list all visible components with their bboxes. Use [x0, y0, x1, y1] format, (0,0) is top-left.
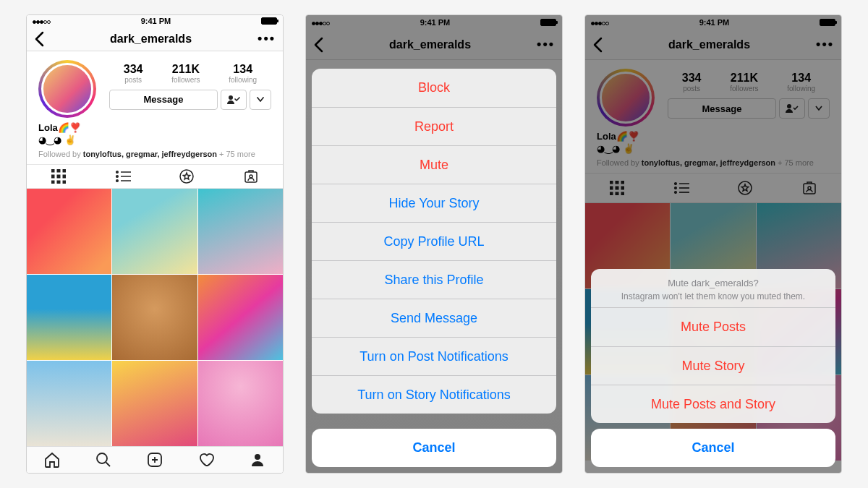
mute-sheet-header: Mute dark_emeralds? Instagram won't let …: [591, 269, 835, 308]
mute-sheet-cancel[interactable]: Cancel: [591, 429, 835, 467]
post-thumbnail[interactable]: [198, 189, 283, 274]
action-sheet: BlockReportMuteHide Your StoryCopy Profi…: [312, 69, 556, 414]
post-thumbnail[interactable]: [198, 275, 283, 360]
phone-profile: 9:41 PM dark_emeralds ••• 334 posts 211K…: [26, 14, 284, 474]
svg-point-0: [229, 95, 233, 100]
stat-posts[interactable]: 334 posts: [124, 63, 143, 84]
nav-home-icon[interactable]: [43, 451, 61, 468]
nav-activity-icon[interactable]: [197, 451, 215, 468]
svg-rect-3: [63, 169, 66, 172]
action-sheet-item[interactable]: Block: [312, 69, 556, 107]
nav-add-icon[interactable]: [146, 451, 163, 468]
tab-grid[interactable]: [27, 165, 91, 188]
status-time: 9:41 PM: [141, 17, 171, 25]
action-sheet-item[interactable]: Copy Profile URL: [312, 222, 556, 260]
phone-action-sheet: 9:41 PM dark_emeralds ••• BlockReportMut…: [305, 14, 563, 474]
mute-sheet-item[interactable]: Mute Story: [591, 346, 835, 385]
svg-point-14: [116, 180, 118, 181]
status-bar: 9:41 PM: [27, 15, 283, 27]
nav-bar: dark_emeralds •••: [27, 27, 283, 51]
action-sheet-item[interactable]: Share this Profile: [312, 260, 556, 299]
message-button[interactable]: Message: [109, 90, 218, 110]
nav-username: dark_emeralds: [110, 33, 192, 46]
post-thumbnail[interactable]: [198, 361, 283, 446]
mute-sheet-subtitle: Instagram won't let them know you muted …: [608, 291, 818, 301]
post-thumbnail[interactable]: [27, 361, 111, 446]
stat-followers[interactable]: 211K followers: [171, 63, 200, 84]
svg-point-18: [250, 175, 252, 178]
story-ring[interactable]: [38, 60, 96, 118]
phone-mute-sheet: 9:41 PM dark_emeralds ••• 334posts 211Kf…: [584, 14, 842, 474]
nav-profile-icon[interactable]: [249, 451, 266, 468]
svg-rect-4: [51, 175, 54, 178]
profile-header: 334 posts 211K followers 134 following M…: [27, 51, 283, 122]
mute-action-sheet: Mute dark_emeralds? Instagram won't let …: [591, 269, 835, 467]
battery-icon: [261, 17, 277, 25]
back-button[interactable]: [34, 31, 44, 47]
mute-sheet-title: Mute dark_emeralds?: [608, 278, 818, 288]
tab-list[interactable]: [91, 165, 156, 188]
follow-status-button[interactable]: [221, 90, 247, 110]
post-thumbnail[interactable]: [112, 361, 197, 446]
action-sheet-item[interactable]: Turn on Post Notifications: [312, 337, 556, 375]
stat-following[interactable]: 134 following: [229, 63, 257, 84]
svg-rect-1: [51, 169, 54, 172]
svg-point-10: [116, 171, 118, 173]
svg-rect-9: [63, 181, 66, 184]
post-thumbnail[interactable]: [112, 275, 197, 360]
svg-point-19: [97, 453, 107, 463]
action-sheet-cancel[interactable]: Cancel: [312, 429, 556, 467]
post-thumbnail[interactable]: [27, 275, 111, 360]
suggested-dropdown-button[interactable]: [250, 90, 271, 110]
mute-sheet-item[interactable]: Mute Posts and Story: [591, 385, 835, 423]
svg-rect-7: [51, 181, 54, 184]
bio-line2: ◕‿◕ ✌️: [38, 134, 271, 147]
tab-tagged[interactable]: [219, 165, 284, 188]
profile-tabstrip: [27, 164, 283, 189]
mute-sheet-item[interactable]: Mute Posts: [591, 308, 835, 346]
more-options-button[interactable]: •••: [258, 31, 276, 46]
action-sheet-item[interactable]: Mute: [312, 145, 556, 184]
avatar[interactable]: [41, 63, 93, 115]
svg-rect-8: [57, 181, 60, 184]
svg-point-24: [255, 454, 260, 460]
svg-point-12: [116, 176, 118, 177]
bio-name: Lola🌈❣️: [38, 122, 271, 134]
post-thumbnail[interactable]: [112, 189, 197, 274]
followed-by[interactable]: Followed by tonyloftus, gregmar, jeffrey…: [38, 150, 271, 158]
svg-rect-5: [57, 175, 60, 178]
bottom-nav: [27, 446, 283, 473]
tab-saved[interactable]: [155, 165, 219, 188]
svg-rect-6: [63, 175, 66, 178]
nav-search-icon[interactable]: [95, 451, 112, 468]
post-thumbnail[interactable]: [27, 189, 111, 274]
action-sheet-item[interactable]: Turn on Story Notifications: [312, 375, 556, 414]
bio-section: Lola🌈❣️ ◕‿◕ ✌️ Followed by tonyloftus, g…: [27, 122, 283, 164]
svg-rect-17: [245, 172, 257, 182]
svg-line-20: [106, 462, 111, 466]
post-grid: [27, 189, 283, 446]
svg-rect-2: [57, 169, 60, 172]
action-sheet-item[interactable]: Report: [312, 107, 556, 145]
action-sheet-item[interactable]: Hide Your Story: [312, 184, 556, 222]
signal-dots-icon: [33, 17, 51, 25]
action-sheet-item[interactable]: Send Message: [312, 299, 556, 337]
